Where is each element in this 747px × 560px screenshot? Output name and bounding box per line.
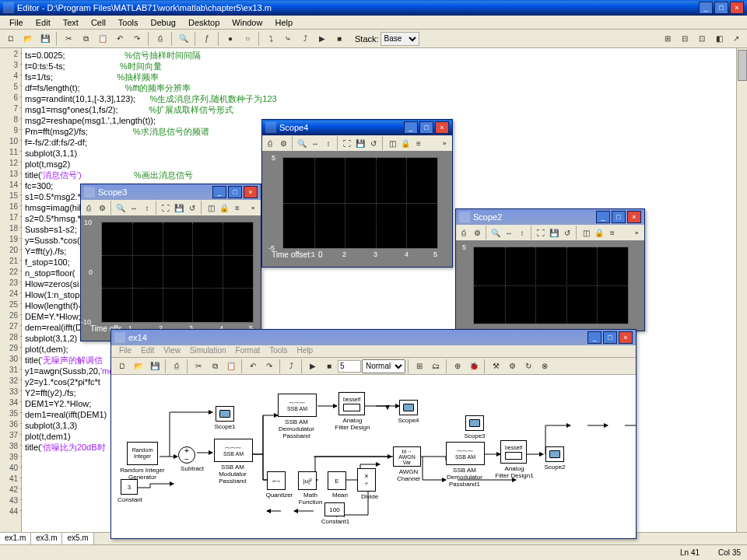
refresh-icon[interactable]: ↻ <box>521 359 536 374</box>
simulink-titlebar[interactable]: ex14 _ □ × <box>111 330 636 345</box>
toolbar-menu-arrow[interactable]: » <box>251 205 259 212</box>
tab-ex3[interactable]: ex3.m <box>31 533 62 544</box>
float-icon[interactable]: ◫ <box>580 226 592 239</box>
restore-icon[interactable]: ↺ <box>186 201 198 214</box>
scope3-window[interactable]: Scope3 _ □ × ⎙ ⚙ 🔍 ↔ ↕ ⛶ 💾 ↺ ◫ 🔒 ≡ » <box>80 184 261 341</box>
divide-block[interactable]: ×÷ <box>357 468 376 492</box>
function-icon[interactable]: ƒ <box>199 31 215 47</box>
signal-sel-icon[interactable]: ≡ <box>231 201 244 214</box>
save-icon[interactable]: 💾 <box>37 31 53 47</box>
stop-icon[interactable]: ■ <box>331 31 347 47</box>
scope2-block[interactable] <box>545 446 564 462</box>
quantizer-block[interactable]: ⌐¬ <box>267 471 286 490</box>
print-icon[interactable]: ⎙ <box>458 226 470 239</box>
menu-help[interactable]: Help <box>268 16 299 29</box>
autoscale-icon[interactable]: ⛶ <box>160 201 172 214</box>
sim-menu-format[interactable]: Format <box>231 345 265 357</box>
scope3-minimize[interactable]: _ <box>212 186 226 198</box>
lib-browser-icon[interactable]: ⊞ <box>412 359 427 374</box>
constant-block[interactable]: 3 <box>121 479 138 495</box>
save-axes-icon[interactable]: 💾 <box>548 226 560 239</box>
scope2-maximize[interactable]: □ <box>612 211 626 223</box>
autoscale-icon[interactable]: ⛶ <box>341 137 353 149</box>
step-in-icon[interactable]: ⤷ <box>280 31 296 47</box>
scope3-titlebar[interactable]: Scope3 _ □ × <box>81 184 261 200</box>
new-file-icon[interactable]: 🗋 <box>3 31 19 47</box>
undo-icon[interactable]: ↶ <box>112 31 128 47</box>
scope4-window[interactable]: Scope4 _ □ × ⎙ ⚙ 🔍 ↔ ↕ ⛶ 💾 ↺ ◫ 🔒 ≡ » <box>261 119 453 268</box>
ssb-demod-block[interactable]: ⁓⁓⁓SSB AM <box>278 394 317 417</box>
toolbar-menu-arrow[interactable]: » <box>635 229 643 236</box>
minimize-button[interactable]: _ <box>699 2 713 14</box>
zoomx-icon[interactable]: ↔ <box>128 201 140 214</box>
lock-icon[interactable]: 🔒 <box>593 226 605 239</box>
step-out-icon[interactable]: ⤴ <box>297 31 313 47</box>
breakpoint-set-icon[interactable]: ● <box>223 31 238 47</box>
simulink-window[interactable]: ex14 _ □ × File Edit View Simulation For… <box>110 329 637 539</box>
scope4-minimize[interactable]: _ <box>404 121 418 134</box>
scope1-block[interactable] <box>216 406 234 422</box>
redo-icon[interactable]: ↷ <box>129 31 145 47</box>
print-icon[interactable]: ⎙ <box>82 201 95 214</box>
scope2-minimize[interactable]: _ <box>596 211 610 223</box>
menu-tools[interactable]: Tools <box>112 16 145 29</box>
cut-icon[interactable]: ✂ <box>191 359 206 374</box>
menu-text[interactable]: Text <box>57 16 85 29</box>
params-icon[interactable]: ⚙ <box>96 201 108 214</box>
scope3-maximize[interactable]: □ <box>228 186 242 198</box>
tab-ex5[interactable]: ex5.m <box>62 533 93 544</box>
vertical-scrollbar[interactable] <box>736 48 747 543</box>
new-model-icon[interactable]: 🗋 <box>114 359 130 374</box>
float-icon[interactable]: ◫ <box>205 201 217 214</box>
menu-debug[interactable]: Debug <box>145 16 182 29</box>
stack-select[interactable]: Base <box>381 32 419 46</box>
scope2-close[interactable]: × <box>627 211 641 223</box>
menu-desktop[interactable]: Desktop <box>182 16 226 29</box>
scope2-window[interactable]: Scope2 _ □ × ⎙ ⚙ 🔍 ↔ ↕ ⛶ 💾 ↺ ◫ 🔒 ≡ » <box>455 208 645 331</box>
save-axes-icon[interactable]: 💾 <box>173 201 185 214</box>
open-file-icon[interactable]: 📂 <box>20 31 36 47</box>
afd1-block[interactable]: besself <box>500 440 527 464</box>
sim-menu-view[interactable]: View <box>159 345 185 357</box>
ssb-demod1-block[interactable]: ⁓⁓⁓SSB AM <box>446 442 485 465</box>
lock-icon[interactable]: 🔒 <box>399 137 412 149</box>
simmode-select[interactable]: Normal <box>362 359 405 373</box>
main-titlebar[interactable]: Editor - D:\Program Files\MATLAB71\work\… <box>0 0 747 16</box>
lock-icon[interactable]: 🔒 <box>218 201 230 214</box>
scope4-block[interactable] <box>399 400 418 415</box>
restore-icon[interactable]: ↺ <box>561 226 573 239</box>
redo-icon[interactable]: ↷ <box>261 359 277 374</box>
zoom-icon[interactable]: 🔍 <box>296 137 308 149</box>
zoomy-icon[interactable]: ↕ <box>516 226 528 239</box>
tab-ex1[interactable]: ex1.m <box>0 533 31 544</box>
scope3-block[interactable] <box>465 415 484 431</box>
stop-icon[interactable]: ■ <box>321 359 337 374</box>
afd-block[interactable]: besself <box>338 392 365 415</box>
layout3-icon[interactable]: ⊡ <box>694 31 710 47</box>
menu-edit[interactable]: Edit <box>30 16 57 29</box>
open-model-icon[interactable]: 📂 <box>131 359 146 374</box>
copy-icon[interactable]: ⧉ <box>78 31 93 47</box>
rig-block[interactable]: RandomInteger <box>127 442 158 465</box>
params-icon[interactable]: ⚙ <box>277 137 289 149</box>
mean-block[interactable]: E <box>328 471 346 490</box>
scope3-close[interactable]: × <box>244 186 258 198</box>
print-icon[interactable]: ⎙ <box>264 137 276 149</box>
build-icon[interactable]: ⚒ <box>488 359 503 374</box>
zoom-icon[interactable]: 🔍 <box>489 226 502 239</box>
scope4-close[interactable]: × <box>435 121 449 134</box>
simulink-minimize[interactable]: _ <box>587 331 601 344</box>
autoscale-icon[interactable]: ⛶ <box>535 226 547 239</box>
sim-menu-help[interactable]: Help <box>293 345 318 357</box>
sim-menu-simulation[interactable]: Simulation <box>185 345 231 357</box>
close-button[interactable]: × <box>730 2 744 14</box>
debug-icon[interactable]: 🐞 <box>466 359 482 374</box>
sim-menu-tools[interactable]: Tools <box>265 345 292 357</box>
run-icon[interactable]: ▶ <box>305 359 321 374</box>
simulink-canvas[interactable]: Scope1 ⁓⁓⁓SSB AM SSB AMDemodulatorPassba… <box>111 375 636 538</box>
print-icon[interactable]: ⎙ <box>153 31 168 47</box>
simtime-input[interactable] <box>338 360 361 373</box>
sim-menu-file[interactable]: File <box>114 345 136 357</box>
step-icon[interactable]: ⤵ <box>263 31 279 47</box>
save-model-icon[interactable]: 💾 <box>147 359 163 374</box>
